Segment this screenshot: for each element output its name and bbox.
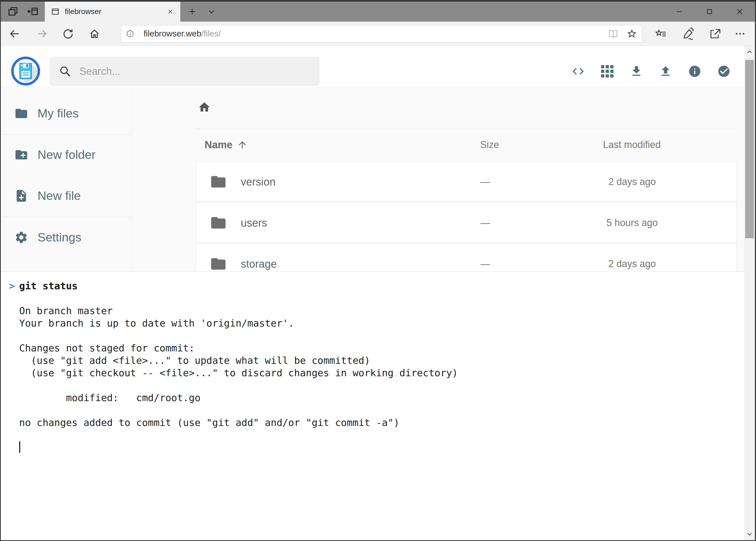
reading-view-icon[interactable] <box>608 28 619 39</box>
download-icon <box>630 65 643 78</box>
tab-title: filebrowser <box>65 7 166 16</box>
file-row-version[interactable]: version — 2 days ago <box>196 162 737 202</box>
sidebar-item-label: Settings <box>38 231 82 245</box>
file-listing: Name Size Last modified version — 2 days… <box>132 86 744 271</box>
home-button[interactable] <box>88 27 101 40</box>
file-size: — <box>464 244 507 271</box>
favorites-hub-button[interactable] <box>654 27 668 41</box>
set-tabs-aside-button[interactable] <box>25 2 41 22</box>
file-row-storage[interactable]: storage — 2 days ago <box>196 244 737 271</box>
terminal-cursor <box>19 441 20 453</box>
app-body: My files New folder New file Settings <box>1 86 744 271</box>
maximize-icon <box>706 8 713 15</box>
terminal-panel[interactable]: > git status On branch master Your branc… <box>1 271 744 541</box>
close-button[interactable] <box>725 2 755 22</box>
new-tab-button[interactable] <box>184 2 200 22</box>
upload-button[interactable] <box>659 65 672 78</box>
breadcrumb-home-button[interactable] <box>198 101 211 114</box>
back-arrow-icon <box>8 28 21 40</box>
raw-editor-button[interactable] <box>571 65 585 78</box>
column-label: Size <box>480 139 499 151</box>
tab-preview-icon <box>7 6 19 18</box>
share-icon <box>708 27 721 40</box>
tab-close-icon[interactable] <box>166 8 174 16</box>
switch-view-button[interactable] <box>601 65 614 78</box>
search-input[interactable] <box>79 66 301 77</box>
file-name: users <box>241 203 267 243</box>
select-button[interactable] <box>717 65 731 78</box>
info-button[interactable] <box>688 65 701 78</box>
column-header-size[interactable]: Size <box>468 135 511 155</box>
terminal-line: no changes added to commit (use "git add… <box>19 416 458 429</box>
url-text[interactable]: filebrowser.web/files/ <box>143 29 221 39</box>
forward-arrow-icon <box>36 28 48 40</box>
search-icon <box>59 65 71 78</box>
window-controls <box>664 2 755 22</box>
terminal-line: Changes not staged for commit: <box>19 342 458 354</box>
terminal-line: (use "git add <file>..." to update what … <box>19 354 458 367</box>
listing-header: Name Size Last modified <box>196 135 737 155</box>
home-icon <box>88 28 101 40</box>
window-frame-right <box>755 0 756 541</box>
tab-list-button[interactable] <box>204 2 219 22</box>
sidebar-item-my-files[interactable]: My files <box>1 104 132 124</box>
scrollbar-up-button[interactable] <box>744 46 755 58</box>
code-brackets-icon <box>571 65 585 78</box>
info-circle-icon <box>688 65 701 78</box>
folder-icon <box>210 173 227 191</box>
minimize-button[interactable] <box>664 2 694 22</box>
favorite-star-icon[interactable] <box>627 28 637 39</box>
pen-icon <box>681 27 694 40</box>
terminal-line: modified: cmd/root.go <box>19 392 458 404</box>
window-frame-top <box>0 0 756 2</box>
app-header <box>1 46 744 86</box>
web-note-button[interactable] <box>681 27 695 41</box>
address-bar-separator <box>138 28 139 39</box>
sort-ascending-icon <box>237 139 248 150</box>
sidebar: My files New folder New file Settings <box>1 86 132 271</box>
tab-preview-button[interactable] <box>5 2 21 22</box>
listing-divider <box>196 129 737 129</box>
hub-star-list-icon <box>654 27 667 40</box>
file-name: storage <box>241 244 277 271</box>
sidebar-item-settings[interactable]: Settings <box>1 228 132 248</box>
plus-icon <box>187 7 197 16</box>
refresh-button[interactable] <box>62 27 75 40</box>
address-bar[interactable]: filebrowser.web/files/ <box>121 25 642 42</box>
close-icon <box>736 8 744 16</box>
column-label: Name <box>205 139 233 151</box>
column-header-modified[interactable]: Last modified <box>589 135 675 155</box>
sidebar-divider <box>3 134 130 135</box>
upload-icon <box>659 65 672 78</box>
folder-icon <box>210 255 227 271</box>
more-options-button[interactable] <box>734 27 746 41</box>
share-button[interactable] <box>708 27 722 41</box>
browser-titlebar: filebrowser <box>1 2 755 22</box>
grid-view-icon <box>601 65 614 78</box>
chevron-down-icon <box>745 530 754 538</box>
download-button[interactable] <box>630 65 643 78</box>
listing-rows: version — 2 days ago users — 5 hours ago… <box>196 162 737 271</box>
column-header-name[interactable]: Name <box>205 135 248 155</box>
forward-button[interactable] <box>36 27 49 40</box>
home-icon <box>198 101 211 114</box>
scrollbar-down-button[interactable] <box>744 528 755 540</box>
search-box[interactable] <box>50 57 320 86</box>
url-host: filebrowser.web <box>143 29 201 38</box>
sidebar-item-new-folder[interactable]: New folder <box>1 145 132 165</box>
browser-tab[interactable]: filebrowser <box>45 2 180 22</box>
maximize-button[interactable] <box>694 2 725 22</box>
scrollbar[interactable] <box>744 46 755 540</box>
file-name: version <box>241 162 276 202</box>
tab-favicon <box>51 7 60 16</box>
sidebar-item-new-file[interactable]: New file <box>1 186 132 206</box>
back-button[interactable] <box>8 27 21 40</box>
site-info-icon[interactable] <box>126 29 135 38</box>
check-circle-icon <box>717 65 731 78</box>
scrollbar-thumb[interactable] <box>745 60 754 238</box>
file-row-users[interactable]: users — 5 hours ago <box>196 203 737 243</box>
prompt-chevron-icon: > <box>9 280 15 292</box>
gear-icon <box>14 231 28 245</box>
terminal-command: git status <box>19 280 458 292</box>
terminal-line: On branch master <box>19 305 458 317</box>
